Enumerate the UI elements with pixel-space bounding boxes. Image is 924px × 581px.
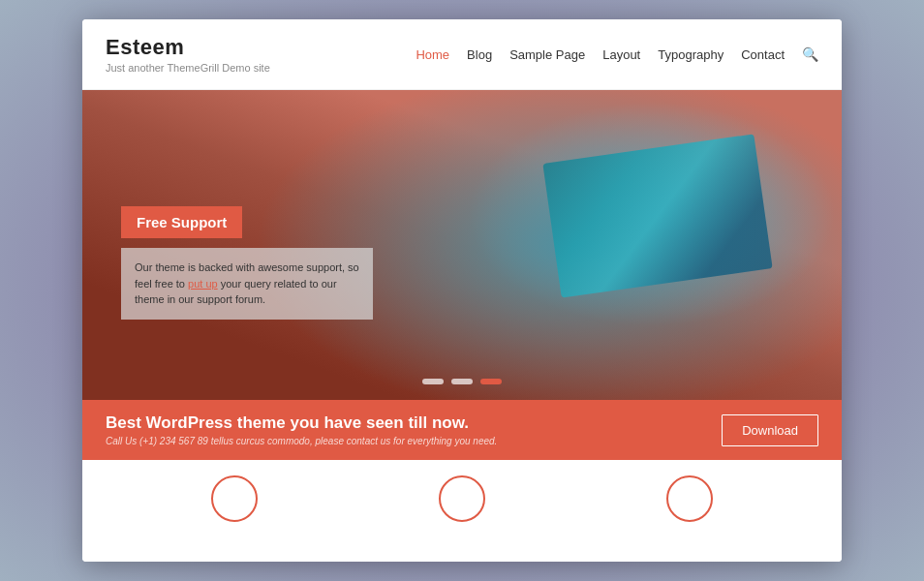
search-icon[interactable]: 🔍: [802, 46, 818, 62]
cta-banner: Best WordPress theme you have seen till …: [82, 400, 842, 460]
site-title: Esteem: [106, 35, 270, 60]
features-row: [82, 460, 842, 562]
slider-dot-1[interactable]: [422, 379, 444, 384]
hero-description: Our theme is backed with awesome support…: [121, 248, 373, 320]
hero-overlay-content: Free Support Our theme is backed with aw…: [121, 206, 373, 320]
slider-dot-2[interactable]: [451, 379, 473, 384]
site-branding: Esteem Just another ThemeGrill Demo site: [106, 35, 270, 74]
cta-left: Best WordPress theme you have seen till …: [106, 413, 497, 446]
feature-circle-2: [439, 475, 485, 522]
nav-item-blog[interactable]: Blog: [467, 47, 492, 62]
site-header: Esteem Just another ThemeGrill Demo site…: [82, 19, 842, 90]
nav-item-contact[interactable]: Contact: [741, 47, 785, 62]
site-nav: Home Blog Sample Page Layout Typography …: [416, 46, 818, 62]
slider-dots: [422, 379, 502, 384]
nav-item-typography[interactable]: Typography: [658, 47, 724, 62]
cta-headline: Best WordPress theme you have seen till …: [106, 413, 497, 433]
feature-circle-1: [211, 475, 258, 522]
feature-circle-3: [666, 475, 713, 522]
nav-item-layout[interactable]: Layout: [602, 47, 640, 62]
cta-subtext: Call Us (+1) 234 567 89 tellus curcus co…: [106, 436, 497, 446]
feature-item-2: [439, 475, 485, 522]
feature-item-3: [666, 475, 713, 522]
hero-link[interactable]: put up: [188, 278, 218, 290]
nav-item-home[interactable]: Home: [416, 47, 449, 62]
download-button[interactable]: Download: [722, 414, 818, 446]
browser-window: Esteem Just another ThemeGrill Demo site…: [82, 19, 842, 562]
hero-slider: Free Support Our theme is backed with aw…: [82, 90, 842, 400]
hero-badge: Free Support: [121, 206, 242, 238]
slider-dot-3[interactable]: [480, 379, 502, 384]
nav-item-sample-page[interactable]: Sample Page: [509, 47, 585, 62]
site-tagline: Just another ThemeGrill Demo site: [106, 62, 270, 74]
feature-item-1: [211, 475, 258, 522]
